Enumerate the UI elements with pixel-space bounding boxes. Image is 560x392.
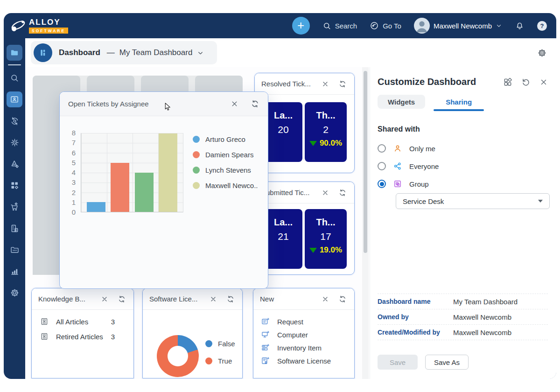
legend-item[interactable]: False: [205, 339, 235, 348]
radio-unchecked[interactable]: [378, 144, 386, 153]
notifications-bell-icon[interactable]: [515, 21, 525, 31]
list-item-count: 3: [111, 333, 115, 341]
search-icon: [10, 73, 19, 83]
sidebar-item-procurement[interactable]: [4, 196, 25, 217]
refresh-icon[interactable]: [338, 189, 347, 197]
sidebar-item-files[interactable]: [4, 42, 25, 63]
save-as-button[interactable]: Save As: [425, 355, 469, 370]
bar-damien-spears[interactable]: [111, 163, 129, 212]
y-tick-label: 0: [72, 208, 76, 217]
legend-item[interactable]: Arturo Greco: [193, 135, 258, 144]
close-icon[interactable]: [322, 80, 329, 88]
help-icon[interactable]: ?: [537, 21, 547, 31]
refresh-icon[interactable]: [338, 295, 347, 303]
chart-legend: Arturo Greco Damien Spears Lynch Stevens: [193, 135, 258, 190]
bar-arturo-greco[interactable]: [87, 202, 105, 212]
option-group[interactable]: Group: [378, 175, 439, 193]
building-icon: [10, 224, 20, 233]
goto-button[interactable]: Go To: [370, 21, 401, 30]
sidebar-item-modules[interactable]: [4, 175, 25, 196]
shared-with-heading: Shared with: [378, 125, 420, 133]
tab-widgets[interactable]: Widgets: [378, 95, 425, 109]
dashboard-settings-gear-icon[interactable]: [537, 48, 547, 58]
close-icon[interactable]: [210, 295, 217, 303]
computer-plus-icon: [261, 330, 270, 339]
undo-reset-icon[interactable]: [521, 77, 531, 87]
info-value: Maxwell Newcomb: [453, 313, 511, 321]
dialog-header[interactable]: Open Tickets by Assignee: [60, 92, 268, 116]
legend-item[interactable]: Damien Spears: [193, 150, 258, 159]
close-icon[interactable]: [231, 100, 238, 108]
brand-logo[interactable]: ALLOY SOFTWARE: [10, 18, 68, 34]
kpi-card-last[interactable]: La... 20: [264, 102, 302, 162]
list-item-count: 3: [111, 318, 115, 326]
chevron-down-icon: [197, 49, 204, 56]
legend-item[interactable]: True: [205, 357, 235, 365]
new-request-link[interactable]: Request: [253, 315, 354, 328]
refresh-icon[interactable]: [338, 80, 347, 88]
folder-dots-icon: [10, 245, 20, 255]
refresh-icon[interactable]: [118, 295, 126, 303]
bar-lynch-stevens[interactable]: [135, 173, 154, 212]
mouse-cursor: [164, 103, 172, 112]
search-button[interactable]: Search: [322, 21, 357, 30]
list-item[interactable]: All Articles 3: [32, 314, 133, 329]
sidebar-item-tickets[interactable]: [4, 89, 25, 110]
search-icon: [322, 21, 331, 30]
sidebar-item-organization[interactable]: [4, 217, 25, 239]
radio-unchecked[interactable]: [378, 162, 386, 170]
kpi-delta: 90.0%: [320, 139, 342, 148]
refresh-icon[interactable]: [251, 99, 259, 108]
user-menu[interactable]: Maxwell Newcomb: [414, 18, 502, 34]
legend-item[interactable]: Maxwell Newco..: [193, 181, 258, 190]
widget-title: Knowledge B...: [38, 295, 91, 303]
radio-checked[interactable]: [378, 180, 386, 188]
sidebar-item-reports[interactable]: [4, 260, 25, 282]
kpi-card-last[interactable]: La... 21: [264, 209, 302, 269]
kpi-card-this[interactable]: Th... 17 19.0%: [305, 209, 347, 269]
dashboard-selector[interactable]: Dashboard — My Team Dashboard: [31, 41, 217, 64]
kpi-label: La...: [274, 110, 293, 121]
folder-icon: [7, 45, 22, 61]
sidebar-item-assets[interactable]: [4, 153, 25, 175]
y-tick-label: 6: [72, 149, 76, 157]
save-button[interactable]: Save: [378, 355, 418, 370]
list-item[interactable]: Retired Articles 3: [32, 329, 133, 344]
list-item-label: Retired Articles: [56, 333, 104, 341]
sidebar-item-settings[interactable]: [4, 282, 25, 303]
user-name: Maxwell Newcomb: [434, 22, 492, 30]
sidebar-item-search[interactable]: [4, 67, 25, 89]
group-dropdown[interactable]: Service Desk: [396, 193, 550, 209]
create-new-button[interactable]: +: [292, 17, 310, 35]
dialog-title: Open Tickets by Assignee: [68, 100, 149, 108]
tab-sharing[interactable]: Sharing: [434, 95, 484, 109]
sidebar-item-network[interactable]: [4, 132, 25, 153]
close-icon[interactable]: [539, 78, 548, 86]
widget-open-tickets-dialog[interactable]: Open Tickets by Assignee: [59, 91, 268, 289]
close-icon[interactable]: [101, 295, 108, 303]
orbit-logo-icon: [10, 19, 26, 33]
info-label: Created/Modified by: [378, 329, 453, 336]
option-everyone[interactable]: Everyone: [378, 157, 439, 175]
info-value: My Team Dashboard: [453, 298, 518, 306]
sidebar-item-projects[interactable]: [4, 239, 25, 260]
kpi-value: 17: [320, 231, 331, 242]
sidebar-item-workflows[interactable]: [4, 110, 25, 132]
kpi-card-this[interactable]: Th... 2 90.0%: [305, 102, 347, 162]
vertical-scrollbar[interactable]: [362, 67, 369, 379]
search-label: Search: [335, 22, 357, 30]
option-label: Everyone: [409, 162, 439, 170]
new-inventory-item-link[interactable]: Inventory Item: [253, 341, 354, 354]
scrollbar-thumb[interactable]: [364, 71, 367, 253]
info-value: Maxwell Newcomb: [453, 329, 511, 336]
refresh-icon[interactable]: [226, 295, 235, 303]
close-icon[interactable]: [322, 295, 329, 303]
close-icon[interactable]: [322, 189, 329, 196]
legend-item[interactable]: Lynch Stevens: [193, 166, 258, 175]
new-software-license-link[interactable]: Software License: [253, 354, 354, 367]
option-only-me[interactable]: Only me: [378, 140, 439, 157]
widgets-grid-icon[interactable]: [503, 77, 512, 87]
bar-maxwell-newcomb[interactable]: [159, 133, 177, 212]
new-computer-link[interactable]: Computer: [253, 328, 354, 341]
legend-label: Maxwell Newco..: [205, 182, 258, 189]
